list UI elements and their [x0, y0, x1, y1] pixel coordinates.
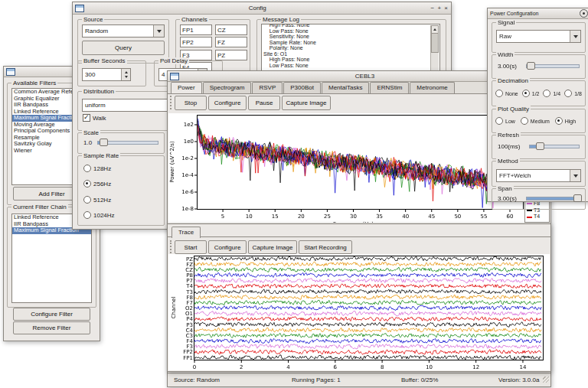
- tab-rsvp[interactable]: RSVP: [252, 82, 283, 93]
- scale-slider[interactable]: [97, 138, 158, 145]
- tab-metronome[interactable]: Metronome: [410, 82, 454, 93]
- radio-icon[interactable]: [555, 117, 563, 125]
- tab-power[interactable]: Power: [171, 82, 202, 93]
- query-button[interactable]: Query: [82, 41, 165, 55]
- resize-grip[interactable]: [543, 377, 549, 383]
- channel-field-cz[interactable]: CZ: [215, 24, 247, 35]
- tab-p300bot[interactable]: P300Bot: [283, 82, 321, 93]
- sample-rate-option-256[interactable]: 256Hz: [83, 180, 111, 187]
- maximize-button[interactable]: +: [437, 5, 442, 11]
- desktop: { "colors": { "selection_blue": "#5c80b5…: [0, 0, 588, 388]
- radio-icon[interactable]: [83, 165, 91, 172]
- signal-label: Signal: [496, 19, 516, 26]
- tab-spectrogram[interactable]: Spectrogram: [203, 82, 252, 93]
- refresh-slider[interactable]: [529, 142, 580, 149]
- channel-field-fp2[interactable]: FP2: [180, 37, 212, 47]
- radio-icon[interactable]: [83, 180, 91, 187]
- decimation-none[interactable]: None: [495, 90, 518, 97]
- walk-checkbox[interactable]: [83, 114, 90, 122]
- decimation-none-label: None: [505, 91, 518, 96]
- channels-label: Channels: [180, 16, 209, 23]
- start-recording-button[interactable]: Start Recording: [299, 240, 352, 254]
- decimation-half[interactable]: 1/2: [522, 90, 540, 97]
- capture-image-button[interactable]: Capture Image: [282, 96, 331, 110]
- configure-filter-button[interactable]: Configure Filter: [13, 308, 90, 321]
- quality-low[interactable]: Low: [495, 117, 515, 125]
- minimize-button[interactable]: −: [431, 5, 436, 11]
- span-label: Span: [496, 185, 514, 192]
- radio-icon[interactable]: [543, 90, 550, 97]
- pause-button[interactable]: Pause: [248, 96, 280, 110]
- span-slider[interactable]: [526, 194, 580, 201]
- chevron-down-icon[interactable]: [570, 31, 580, 42]
- refresh-label: Refresh: [496, 132, 521, 139]
- sample-rate-option-1024[interactable]: 1024Hz: [83, 211, 115, 219]
- tab-mentaltasks[interactable]: MentalTasks: [322, 82, 369, 93]
- radio-icon[interactable]: [521, 117, 528, 125]
- trace-window: Trace Start Configure Capture Image Star…: [167, 223, 551, 372]
- legend-color-dash: [527, 217, 532, 218]
- tab-trace[interactable]: Trace: [172, 227, 201, 238]
- sample-rate-1024-label: 1024Hz: [93, 212, 115, 219]
- eeg-trace-plot: [168, 254, 550, 370]
- decimation-eighth[interactable]: 1/8: [564, 90, 582, 97]
- quality-high[interactable]: High: [555, 117, 576, 125]
- radio-icon[interactable]: [83, 196, 91, 204]
- radio-icon[interactable]: [495, 90, 503, 97]
- method-select[interactable]: FFT+Welch: [496, 169, 581, 182]
- quality-medium[interactable]: Medium: [521, 117, 550, 125]
- scrollbar-thumb[interactable]: [431, 33, 439, 53]
- sample-rate-label: Sample Rate: [82, 152, 120, 159]
- status-running-pages: Running Pages: 1: [292, 377, 341, 383]
- chevron-down-icon[interactable]: [153, 25, 164, 37]
- trace-capture-image-button[interactable]: Capture Image: [248, 240, 297, 254]
- slider-thumb[interactable]: [536, 142, 544, 150]
- toolbar-drag-handle[interactable]: [170, 240, 174, 253]
- source-label: Source: [82, 16, 104, 23]
- plot-quality-options: Low Medium High: [495, 117, 583, 125]
- poll-delay-label: Poll Delay: [158, 57, 189, 64]
- source-select[interactable]: Random: [82, 24, 165, 37]
- buffer-seconds-spinner[interactable]: 300: [82, 68, 131, 81]
- chevron-down-icon[interactable]: [570, 170, 580, 181]
- radio-icon[interactable]: [522, 90, 530, 97]
- spinner-arrows-icon[interactable]: [121, 69, 130, 80]
- decimation-quarter[interactable]: 1/4: [543, 90, 560, 97]
- radio-icon[interactable]: [495, 117, 503, 125]
- stop-button[interactable]: Stop: [175, 96, 207, 110]
- width-label: Width: [496, 51, 514, 58]
- power-config-titlebar[interactable]: Power Configuration: [488, 8, 588, 19]
- configure-button[interactable]: Configure: [208, 96, 247, 110]
- signal-select[interactable]: Raw: [496, 30, 581, 43]
- log-line: Low Pass: None: [263, 63, 439, 69]
- radio-icon[interactable]: [564, 90, 572, 97]
- refresh-value: 100(ms): [498, 143, 520, 150]
- log-line: Polarity: None: [263, 45, 439, 51]
- width-slider[interactable]: [526, 61, 580, 69]
- sample-rate-option-128[interactable]: 128Hz: [83, 165, 111, 172]
- remove-filter-button[interactable]: Remove Filter: [13, 321, 90, 334]
- tab-ernstim[interactable]: ERNStim: [370, 82, 409, 93]
- span-value: 3.00(s): [498, 195, 517, 202]
- walk-checkbox-row[interactable]: Walk: [83, 114, 106, 122]
- radio-icon[interactable]: [83, 211, 91, 219]
- distribution-value: uniform: [83, 99, 173, 111]
- channel-field-fp1[interactable]: FP1: [180, 24, 212, 35]
- dock-toggle-icon[interactable]: [580, 9, 588, 18]
- slider-thumb[interactable]: [573, 194, 582, 202]
- walk-label: Walk: [93, 115, 106, 122]
- slider-thumb[interactable]: [527, 62, 535, 70]
- status-buffer: Buffer: 0/25%: [401, 377, 438, 383]
- channel-field-pz[interactable]: PZ: [215, 50, 247, 60]
- start-button[interactable]: Start: [175, 240, 207, 254]
- config-titlebar[interactable]: Config − + ×: [73, 2, 451, 15]
- toolbar-drag-handle[interactable]: [170, 96, 174, 109]
- channel-field-fz[interactable]: FZ: [215, 37, 247, 47]
- sample-rate-option-512[interactable]: 512Hz: [83, 196, 111, 204]
- message-log-label: Message Log: [261, 16, 301, 23]
- method-label: Method: [496, 158, 520, 165]
- width-value: 3.00(s): [498, 63, 517, 70]
- trace-configure-button[interactable]: Configure: [208, 240, 247, 254]
- close-button[interactable]: ×: [444, 5, 449, 11]
- slider-thumb[interactable]: [100, 139, 108, 146]
